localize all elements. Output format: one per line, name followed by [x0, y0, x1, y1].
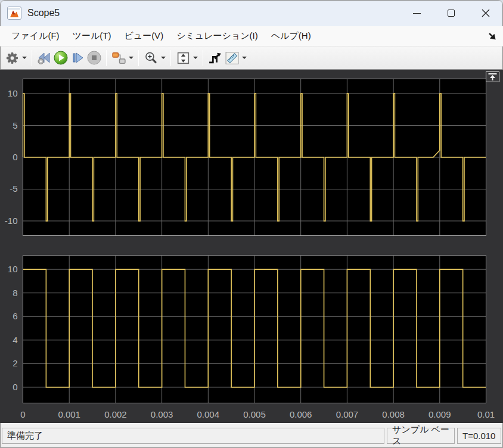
- window-title: Scope5: [27, 8, 60, 18]
- status-message-panel: 準備完了: [2, 428, 384, 444]
- scope-window: Scope5 ファイル(F) ツール(T) ビュー(V) シミュレーション(I)…: [0, 0, 503, 448]
- measurements-button[interactable]: [223, 49, 240, 66]
- run-play-icon: [53, 50, 69, 66]
- separator: [138, 50, 139, 66]
- svg-text:-10: -10: [5, 216, 18, 226]
- measurements-dropdown[interactable]: [241, 49, 247, 66]
- toolbar: [0, 46, 503, 70]
- svg-text:0: 0: [13, 152, 17, 162]
- measurements-ruler-icon: [225, 51, 240, 66]
- menu-tools[interactable]: ツール(T): [66, 27, 118, 45]
- settings-dropdown[interactable]: [21, 49, 27, 66]
- menu-simulation[interactable]: シミュレーション(I): [170, 27, 265, 45]
- zoom-dropdown[interactable]: [160, 49, 166, 66]
- separator: [170, 50, 171, 66]
- svg-text:0.01: 0.01: [477, 409, 495, 419]
- minimize-icon: [413, 13, 421, 14]
- svg-text:10: 10: [8, 88, 18, 98]
- menu-bar: ファイル(F) ツール(T) ビュー(V) シミュレーション(I) ヘルプ(H): [0, 26, 503, 46]
- sim-time-panel: T=0.010: [457, 428, 501, 444]
- step-forward-button[interactable]: [69, 49, 86, 66]
- step-back-icon: [36, 50, 52, 66]
- minimize-button[interactable]: [399, 0, 434, 26]
- svg-text:0.008: 0.008: [382, 409, 405, 419]
- sample-mode-label: サンプル ベース: [392, 424, 449, 447]
- trigger-icon: [208, 51, 223, 66]
- zoom-button[interactable]: [142, 49, 159, 66]
- fit-to-view-button[interactable]: [175, 49, 191, 66]
- run-button[interactable]: [52, 49, 69, 66]
- sample-mode-panel: サンプル ベース: [387, 428, 455, 444]
- bring-forward-button[interactable]: [486, 71, 499, 82]
- step-back-button[interactable]: [36, 49, 52, 66]
- dock-arrow-icon[interactable]: [488, 32, 497, 41]
- svg-text:0.005: 0.005: [243, 409, 266, 419]
- svg-text:4: 4: [13, 335, 17, 345]
- separator: [106, 50, 107, 66]
- close-button[interactable]: [468, 0, 503, 26]
- svg-text:5: 5: [13, 120, 17, 130]
- axes-2: 024681000.0010.0020.0030.0040.0050.0060.…: [8, 256, 495, 419]
- settings-gear-icon: [5, 51, 20, 66]
- step-forward-icon: [70, 50, 85, 66]
- zoom-icon: [144, 51, 159, 66]
- separator: [203, 50, 203, 66]
- chevron-down-icon: [193, 57, 198, 59]
- simulink-blocks-icon: [111, 51, 126, 66]
- svg-text:10: 10: [8, 264, 18, 274]
- stop-icon: [86, 50, 102, 66]
- close-icon: [482, 9, 490, 17]
- svg-text:0: 0: [13, 382, 17, 392]
- fit-to-view-dropdown[interactable]: [192, 49, 198, 66]
- svg-text:0.003: 0.003: [151, 409, 173, 419]
- highlight-block-dropdown[interactable]: [128, 49, 134, 66]
- chevron-down-icon: [129, 57, 133, 59]
- sim-time-label: T=0.010: [462, 431, 495, 441]
- menu-view[interactable]: ビュー(V): [117, 27, 170, 45]
- highlight-block-button[interactable]: [110, 49, 127, 66]
- chevron-down-icon: [22, 57, 27, 59]
- chevron-down-icon: [242, 57, 247, 59]
- menu-help[interactable]: ヘルプ(H): [265, 27, 318, 45]
- svg-text:0.009: 0.009: [429, 409, 451, 419]
- matlab-scope-icon: [7, 7, 21, 20]
- maximize-icon: [448, 10, 455, 17]
- svg-text:0.006: 0.006: [290, 409, 312, 419]
- title-bar[interactable]: Scope5: [0, 0, 503, 26]
- stop-button[interactable]: [86, 49, 103, 66]
- svg-text:-5: -5: [10, 183, 17, 194]
- scope-plots-canvas[interactable]: -10-50510024681000.0010.0020.0030.0040.0…: [0, 70, 503, 423]
- fit-to-view-icon: [176, 51, 191, 66]
- trigger-button[interactable]: [207, 49, 223, 66]
- separator: [32, 50, 32, 66]
- svg-text:8: 8: [13, 288, 17, 298]
- status-bar: 準備完了 サンプル ベース T=0.010: [0, 423, 503, 447]
- axes-1: -10-50510: [5, 79, 486, 236]
- scope-display-panel: -10-50510024681000.0010.0020.0030.0040.0…: [0, 70, 503, 423]
- chevron-down-icon: [161, 57, 166, 59]
- svg-text:0.007: 0.007: [336, 409, 359, 419]
- arrow-up-to-bar-icon: [488, 73, 498, 81]
- menu-file[interactable]: ファイル(F): [5, 27, 66, 45]
- status-message: 準備完了: [7, 430, 43, 441]
- svg-text:0.002: 0.002: [104, 409, 127, 419]
- maximize-button[interactable]: [434, 0, 468, 26]
- svg-text:6: 6: [13, 311, 17, 321]
- svg-text:2: 2: [13, 358, 17, 368]
- settings-button[interactable]: [4, 49, 20, 66]
- svg-text:0.001: 0.001: [58, 409, 80, 419]
- svg-text:0: 0: [20, 409, 25, 419]
- svg-text:0.004: 0.004: [197, 409, 220, 419]
